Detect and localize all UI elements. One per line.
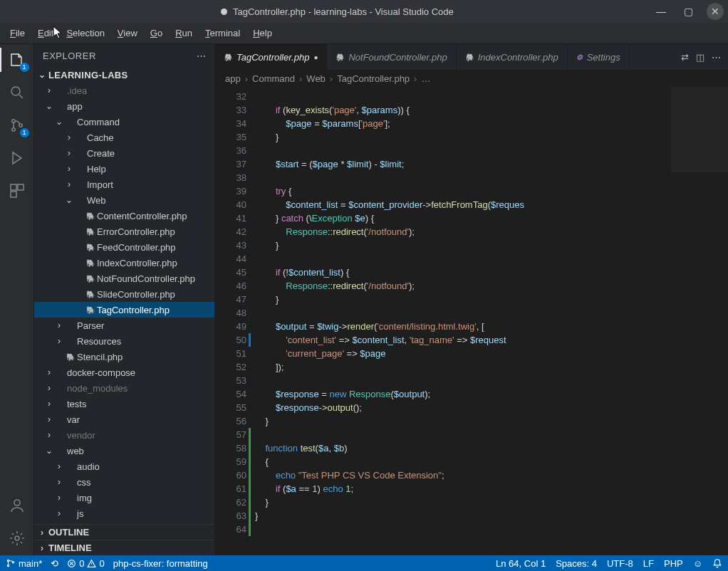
outline-section[interactable]: ›OUTLINE	[34, 524, 214, 540]
status-sync[interactable]: ⟲	[51, 558, 58, 569]
menu-file[interactable]: File	[4, 26, 31, 41]
minimize-button[interactable]: —	[652, 3, 670, 20]
svg-point-1	[11, 120, 14, 122]
tree-item[interactable]: ›tests	[34, 396, 214, 412]
svg-point-2	[11, 128, 14, 131]
tree-item[interactable]: ›vendor	[34, 427, 214, 443]
tree-item[interactable]: ⌄Command	[34, 114, 214, 130]
breadcrumb-item[interactable]: TagController.php	[337, 73, 410, 84]
code-editor[interactable]: if (key_exists('page', $params)) { $page…	[255, 87, 671, 555]
tree-item-label: .idea	[67, 85, 87, 96]
activity-accounts[interactable]	[7, 496, 27, 515]
tree-item[interactable]: ›Help	[34, 161, 214, 177]
tree-item[interactable]: 🐘ContentController.php	[34, 208, 214, 224]
editor-tab[interactable]: ⚙Settings	[568, 44, 630, 70]
tree-item[interactable]: 🐘Stencil.php	[34, 349, 214, 365]
tree-item-label: NotFoundController.php	[97, 273, 195, 284]
editor-tab[interactable]: 🐘IndexController.php	[457, 44, 568, 70]
tree-item[interactable]: ›docker-compose	[34, 365, 214, 380]
tree-item-label: node_modules	[67, 383, 128, 394]
gear-icon: ⚙	[576, 53, 583, 61]
timeline-section[interactable]: ›TIMELINE	[34, 540, 214, 555]
editor-tab[interactable]: 🐘NotFoundController.php	[327, 44, 456, 70]
status-cursor-pos[interactable]: Ln 64, Col 1	[496, 558, 546, 569]
tree-item[interactable]: ›Parser	[34, 318, 214, 333]
tree-item[interactable]: ›Import	[34, 177, 214, 192]
tree-item-label: ErrorController.php	[97, 226, 175, 237]
tab-close-icon[interactable]: ●	[313, 53, 318, 61]
compare-icon[interactable]: ⇄	[681, 52, 689, 63]
php-file-icon: 🐘	[84, 275, 97, 283]
php-file-icon: 🐘	[224, 53, 232, 61]
status-fixer[interactable]: php-cs-fixer: formatting	[113, 558, 208, 569]
tree-item[interactable]: ›video	[34, 521, 214, 524]
menu-edit[interactable]: Edit	[32, 26, 59, 41]
close-button[interactable]: ✕	[707, 3, 724, 20]
tree-item[interactable]: 🐘IndexController.php	[34, 255, 214, 271]
tree-item-label: IndexController.php	[97, 258, 177, 268]
tree-item[interactable]: 🐘NotFoundController.php	[34, 271, 214, 286]
tree-item[interactable]: ›img	[34, 490, 214, 505]
activity-settings[interactable]	[7, 528, 27, 548]
breadcrumb-item[interactable]: app	[225, 73, 241, 84]
status-indent[interactable]: Spaces: 4	[556, 558, 597, 569]
activity-run-debug[interactable]	[7, 148, 27, 168]
tree-item[interactable]: ›js	[34, 505, 214, 521]
status-notifications[interactable]	[712, 558, 722, 568]
menu-go[interactable]: Go	[145, 26, 168, 41]
php-file-icon: 🐘	[84, 243, 97, 251]
status-feedback[interactable]: ☺	[693, 558, 702, 569]
sidebar-title: EXPLORER	[43, 51, 96, 61]
split-editor-icon[interactable]: ◫	[696, 52, 704, 63]
tree-item[interactable]: ›var	[34, 412, 214, 427]
maximize-button[interactable]: ▢	[680, 3, 697, 20]
activity-search[interactable]	[7, 83, 27, 103]
menu-selection[interactable]: Selection	[61, 26, 110, 41]
menu-terminal[interactable]: Terminal	[199, 26, 246, 41]
editor-tab[interactable]: 🐘TagController.php●	[215, 44, 327, 70]
breadcrumb-item[interactable]: Web	[306, 73, 326, 84]
tree-item[interactable]: ⌄web	[34, 443, 214, 459]
status-problems[interactable]: 0 0	[67, 558, 104, 569]
tree-item-label: audio	[77, 461, 100, 472]
tree-item[interactable]: 🐘FeedController.php	[34, 239, 214, 255]
tree-item[interactable]: ›audio	[34, 459, 214, 474]
status-language[interactable]: PHP	[664, 558, 683, 569]
tree-item-label: js	[77, 508, 83, 519]
tree-item[interactable]: 🐘ErrorController.php	[34, 224, 214, 239]
tree-item[interactable]: ⌄app	[34, 98, 214, 114]
more-icon[interactable]: ⋯	[712, 52, 721, 63]
activity-extensions[interactable]	[7, 181, 27, 201]
activity-explorer[interactable]: 1	[7, 50, 27, 70]
tree-item[interactable]: ⌄Web	[34, 192, 214, 208]
status-encoding[interactable]: UTF-8	[607, 558, 633, 569]
sidebar-more-icon[interactable]: ⋯	[197, 51, 207, 61]
project-header[interactable]: ⌄ LEARNING-LABS	[34, 67, 214, 83]
minimap[interactable]	[671, 87, 728, 555]
status-eol[interactable]: LF	[643, 558, 654, 569]
menu-run[interactable]: Run	[170, 26, 198, 41]
file-tree[interactable]: ›.idea⌄app⌄Command›Cache›Create›Help›Imp…	[34, 83, 214, 524]
tree-item-label: TagController.php	[97, 305, 170, 315]
tree-item[interactable]: ›.idea	[34, 83, 214, 98]
svg-point-8	[15, 536, 19, 540]
tree-item[interactable]: ›Cache	[34, 130, 214, 145]
breadcrumb-item[interactable]: Command	[252, 73, 295, 84]
php-file-icon: 🐘	[336, 53, 344, 61]
tree-item[interactable]: 🐘SlideController.php	[34, 286, 214, 302]
activity-source-control[interactable]: 1	[7, 115, 27, 135]
svg-rect-5	[18, 184, 24, 190]
tree-item[interactable]: ›css	[34, 474, 214, 490]
status-branch[interactable]: main*	[6, 558, 42, 569]
breadcrumb-item[interactable]: …	[421, 73, 430, 84]
tree-item[interactable]: ›Resources	[34, 333, 214, 349]
tree-item[interactable]: ›Create	[34, 145, 214, 161]
php-file-icon: 🐘	[84, 306, 97, 314]
menu-view[interactable]: View	[112, 26, 143, 41]
menu-help[interactable]: Help	[247, 26, 278, 41]
breadcrumbs[interactable]: app›Command›Web›TagController.php›…	[215, 70, 728, 87]
window-title: TagController.php - learning-labs - Visu…	[233, 6, 454, 17]
tree-item[interactable]: ›node_modules	[34, 380, 214, 396]
line-gutter[interactable]: 3233343536373839404142434445464748495051…	[215, 87, 255, 555]
tree-item[interactable]: 🐘TagController.php	[34, 302, 214, 318]
